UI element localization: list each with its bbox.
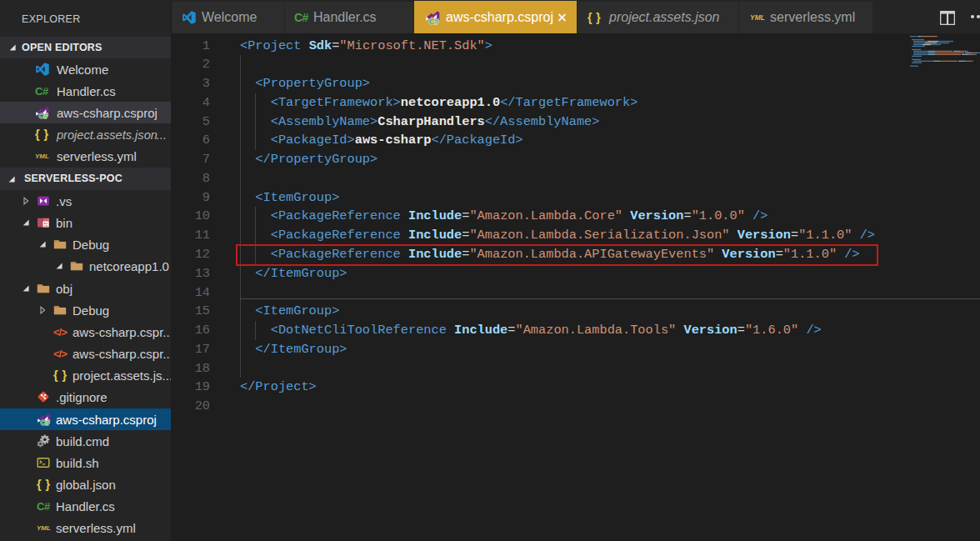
svg-text:10: 10 (44, 224, 48, 228)
svg-text:C#: C# (38, 112, 48, 120)
svg-text:C#: C# (40, 418, 49, 427)
svg-text:C#: C# (429, 16, 439, 25)
